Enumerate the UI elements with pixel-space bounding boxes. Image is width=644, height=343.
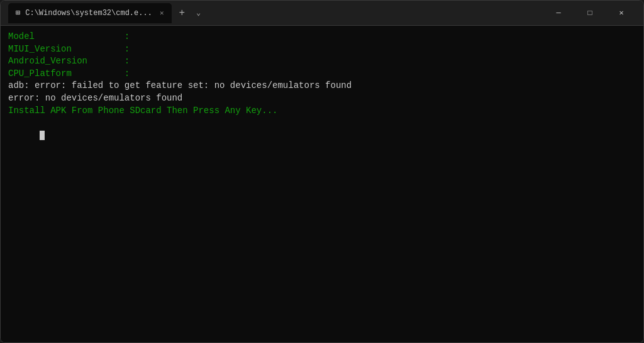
window-controls: ─ □ ✕ <box>544 3 636 23</box>
titlebar: ⊞ C:\Windows\system32\cmd.e... ✕ + ⌄ ─ □… <box>1 1 643 26</box>
terminal-line-7: Install APK From Phone SDcard Then Press… <box>8 105 636 117</box>
terminal-cursor-line <box>8 117 636 154</box>
tab-close-button[interactable]: ✕ <box>160 9 164 17</box>
terminal-line-4: CPU_Platform : <box>8 68 636 80</box>
terminal-body[interactable]: Model : MIUI_Version : Android_Version :… <box>1 26 643 342</box>
terminal-window: ⊞ C:\Windows\system32\cmd.e... ✕ + ⌄ ─ □… <box>0 0 644 343</box>
terminal-line-1: Model : <box>8 31 636 43</box>
close-button[interactable]: ✕ <box>607 3 636 23</box>
tab-area: ⊞ C:\Windows\system32\cmd.e... ✕ + ⌄ <box>8 3 539 23</box>
tab-title: C:\Windows\system32\cmd.e... <box>25 9 152 18</box>
active-tab[interactable]: ⊞ C:\Windows\system32\cmd.e... ✕ <box>8 3 172 23</box>
minimize-button[interactable]: ─ <box>544 3 573 23</box>
maximize-button[interactable]: □ <box>575 3 604 23</box>
tab-dropdown-button[interactable]: ⌄ <box>192 6 204 20</box>
terminal-line-2: MIUI_Version : <box>8 43 636 56</box>
cursor <box>40 131 45 140</box>
terminal-line-3: Android_Version : <box>8 55 636 68</box>
new-tab-button[interactable]: + <box>174 5 191 21</box>
cmd-icon: ⊞ <box>16 8 20 18</box>
terminal-line-6: error: no devices/emulators found <box>8 92 636 105</box>
terminal-line-5: adb: error: failed to get feature set: n… <box>8 80 636 92</box>
